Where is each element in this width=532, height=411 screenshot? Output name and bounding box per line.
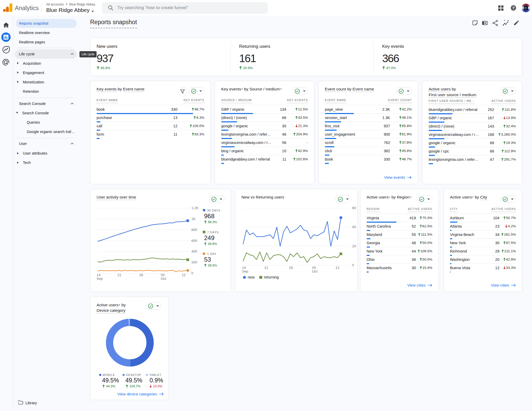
svg-text:05: 05	[161, 273, 165, 277]
svg-text:60: 60	[352, 206, 356, 210]
svg-text:14: 14	[242, 266, 246, 270]
svg-text:400: 400	[191, 249, 197, 253]
svg-text:800: 800	[191, 228, 197, 232]
svg-text:12: 12	[182, 273, 186, 277]
svg-text:1K: 1K	[191, 217, 196, 221]
svg-text:Oct: Oct	[312, 269, 318, 273]
svg-text:200: 200	[191, 260, 197, 264]
svg-text:20: 20	[352, 244, 356, 248]
svg-text:1.2K: 1.2K	[191, 206, 199, 210]
svg-text:40: 40	[352, 225, 356, 229]
svg-text:21: 21	[264, 266, 268, 270]
svg-text:28: 28	[139, 273, 143, 277]
svg-text:Sep: Sep	[242, 269, 248, 273]
svg-text:12: 12	[335, 266, 339, 270]
svg-text:Oct: Oct	[161, 277, 166, 281]
svg-text:14: 14	[97, 273, 101, 277]
svg-text:0: 0	[352, 263, 354, 267]
svg-text:600: 600	[191, 239, 197, 243]
svg-text:28: 28	[289, 266, 293, 270]
svg-text:0: 0	[191, 271, 193, 275]
svg-text:Sep: Sep	[97, 277, 103, 281]
svg-text:05: 05	[312, 266, 316, 270]
svg-text:21: 21	[117, 273, 121, 277]
